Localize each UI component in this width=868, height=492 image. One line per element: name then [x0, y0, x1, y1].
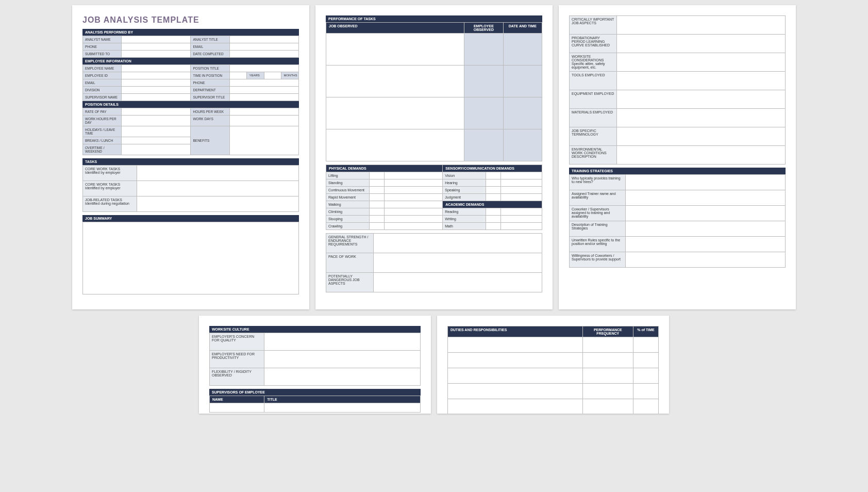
section-analysis-header: ANALYSIS PERFORMED BY [82, 29, 299, 36]
section-position-header: POSITION DETAILS [82, 101, 299, 108]
page-row-1: JOB ANALYSIS TEMPLATE ANALYSIS PERFORMED… [5, 5, 863, 309]
page-1: JOB ANALYSIS TEMPLATE ANALYSIS PERFORMED… [72, 5, 309, 309]
section-employee-header: EMPLOYEE INFORMATION [82, 58, 299, 64]
page-row-2: WORKSITE CULTURE EMPLOYER'S CONCERN FOR … [5, 316, 863, 414]
page-5: DUTIES AND RESPONSIBILITIESPERFORMANCE F… [437, 316, 669, 414]
section-summary-header: JOB SUMMARY [82, 215, 299, 222]
demands-table: PHYSICAL DEMANDSSENSORY/COMMUNICATION DE… [326, 165, 542, 230]
employee-table: EMPLOYEE NAMEPOSITION TITLE EMPLOYEE IDT… [82, 64, 299, 101]
page-4: WORKSITE CULTURE EMPLOYER'S CONCERN FOR … [199, 316, 431, 414]
perf-header: PERFORMANCE OF TASKS [326, 15, 542, 22]
training-header: TRAINING STRATEGIES [569, 168, 786, 174]
supervisors-table: NAMETITLE [209, 396, 421, 413]
section-tasks-header: TASKS [82, 158, 299, 165]
position-table: RATE OF PAYHOURS PER WEEK WORK HOURS PER… [82, 108, 299, 155]
worksite-header: WORKSITE CULTURE [209, 326, 421, 333]
doc-title: JOB ANALYSIS TEMPLATE [82, 15, 299, 25]
tasks-table: CORE WORK TASKS Identified by employer C… [82, 165, 299, 212]
summary-table [82, 222, 299, 294]
duties-table: DUTIES AND RESPONSIBILITIESPERFORMANCE F… [447, 326, 659, 414]
page-2: PERFORMANCE OF TASKS JOB OBSERVEDEMPLOYE… [315, 5, 553, 309]
worksite-table: EMPLOYER'S CONCERN FOR QUALITY EMPLOYER'… [209, 333, 421, 386]
strength-table: GENERAL STRENGTH / ENDURANCE REQUIREMENT… [326, 233, 542, 292]
training-table: Who typically provides training to new h… [569, 174, 786, 268]
aspects-table: CRITICALLY IMPORTANT JOB ASPECTS PROBATI… [569, 15, 786, 165]
analysis-table: ANALYST NAMEANALYST TITLE PHONEEMAIL SUB… [82, 36, 299, 58]
supervisors-header: SUPERVISORS OF EMPLOYEE [209, 389, 421, 396]
perf-table: JOB OBSERVEDEMPLOYEE OBSERVEDDATE AND TI… [326, 22, 542, 161]
page-3: CRITICALLY IMPORTANT JOB ASPECTS PROBATI… [559, 5, 796, 309]
